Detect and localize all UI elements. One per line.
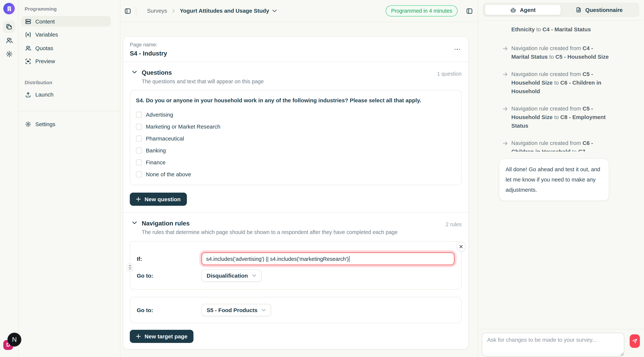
sidebar-item-label: Preview <box>36 58 55 64</box>
panel-right-icon <box>466 8 473 14</box>
agent-panel: Agent Questionnaire Ethnicity to C4 - Ma… <box>478 0 644 357</box>
page-name[interactable]: S4 - Industry <box>130 50 167 57</box>
checkbox[interactable] <box>136 171 142 178</box>
sidebar-item-label: Content <box>36 18 55 24</box>
questions-section-header: Questions The questions and text that wi… <box>123 62 468 84</box>
close-icon <box>459 245 463 248</box>
arrow-right-icon <box>502 106 508 112</box>
tab-agent[interactable]: Agent <box>485 4 561 15</box>
panel-left-icon <box>124 8 131 14</box>
editor-canvas: Page name: S4 - Industry Questions The q… <box>120 22 478 357</box>
main-column: Surveys Yogurt Attitudes and Usage Study… <box>120 0 478 357</box>
goto-value: S5 - Food Products <box>207 307 258 313</box>
sidebar-item-preview[interactable]: Preview <box>21 56 111 67</box>
page-name-label: Page name: <box>130 42 167 48</box>
agent-activity-list: Ethnicity to C4 - Marital StatusNavigati… <box>478 20 644 152</box>
question-option-row: Advertising <box>136 109 456 121</box>
checkbox[interactable] <box>136 124 142 130</box>
option-label: Banking <box>146 148 166 154</box>
activity-item: Navigation rule created from C4 - Marita… <box>502 44 609 61</box>
sidebar-divider <box>18 111 120 111</box>
launch-icon <box>25 92 31 98</box>
activity-text: Navigation rule created from C4 - Marita… <box>511 45 609 60</box>
send-button[interactable] <box>630 334 640 348</box>
sidebar-toggle-button[interactable] <box>124 8 131 14</box>
new-target-page-button[interactable]: New target page <box>130 330 194 343</box>
question-option-row: Pharmaceutical <box>136 133 456 144</box>
sidebar-item-content[interactable]: Content <box>21 16 111 27</box>
question-block[interactable]: S4. Do you or anyone in your household w… <box>130 90 462 185</box>
new-question-label: New question <box>144 196 180 202</box>
text-caret <box>349 256 350 262</box>
activity-item: Ethnicity to C4 - Marital Status <box>502 25 609 34</box>
send-icon <box>632 338 638 344</box>
option-label: None of the above <box>146 171 191 178</box>
variables-icon <box>25 32 31 38</box>
question-count: 1 question <box>437 69 462 77</box>
question-options: AdvertisingMarketing or Market ResearchP… <box>136 109 456 180</box>
sidebar-item-settings[interactable]: Settings <box>21 119 111 130</box>
chevron-right-icon <box>172 9 175 13</box>
checkbox[interactable] <box>136 136 142 142</box>
chevron-down-icon[interactable] <box>272 10 277 12</box>
sidebar-section-programming: Programming <box>24 6 120 12</box>
assistant-message-bubble: All done! Go ahead and test it out, and … <box>499 158 609 201</box>
checkbox[interactable] <box>136 112 142 118</box>
sidebar-item-label: Settings <box>36 121 56 127</box>
document-icon <box>576 7 582 13</box>
sidebar-item-label: Variables <box>36 32 58 38</box>
preview-icon <box>25 58 31 64</box>
checkbox[interactable] <box>136 148 142 154</box>
tab-questionnaire[interactable]: Questionnaire <box>561 4 638 15</box>
users-icon <box>6 37 12 44</box>
question-option-row: None of the above <box>136 168 456 180</box>
page-card: Page name: S4 - Industry Questions The q… <box>123 36 469 350</box>
goto-label: Go to: <box>137 307 201 313</box>
goto-select[interactable]: Disqualification <box>201 270 262 282</box>
questions-subtitle: The questions and text that will appear … <box>142 78 264 84</box>
checkbox[interactable] <box>136 159 142 166</box>
questions-title: Questions <box>142 69 264 76</box>
status-badge: Programmed in 4 minutes <box>386 6 458 16</box>
panel-tabs: Agent Questionnaire <box>483 3 639 17</box>
breadcrumb-root[interactable]: Surveys <box>147 8 167 14</box>
arrow-right-icon <box>502 46 508 51</box>
sidebar: Programming Content Variables <box>18 0 120 357</box>
gear-icon <box>6 50 12 57</box>
right-panel-toggle-button[interactable] <box>466 8 473 14</box>
chevron-down-icon <box>262 309 266 311</box>
rail-settings-button[interactable] <box>3 48 15 60</box>
page-card-header: Page name: S4 - Industry <box>123 36 468 62</box>
tab-label: Agent <box>520 7 536 13</box>
rail-users-button[interactable] <box>3 34 15 46</box>
rules-count: 2 rules <box>446 220 462 228</box>
dev-overlay-badge[interactable]: N <box>8 332 22 346</box>
sidebar-section-distribution: Distribution <box>24 79 120 85</box>
if-label: If: <box>137 256 201 262</box>
new-question-button[interactable]: New question <box>130 193 187 206</box>
sidebar-item-quotas[interactable]: Quotas <box>21 43 111 53</box>
more-menu-icon[interactable] <box>453 47 462 52</box>
goto-select[interactable]: S5 - Food Products <box>201 304 271 316</box>
chat-input[interactable] <box>482 332 624 356</box>
option-label: Marketing or Market Research <box>146 124 220 130</box>
drag-handle[interactable] <box>127 263 133 271</box>
remove-rule-button[interactable] <box>456 242 466 251</box>
rail-pages-button[interactable] <box>3 20 15 33</box>
question-option-row: Finance <box>136 156 456 168</box>
activity-text: Navigation rule created from C5 - Househ… <box>511 71 601 94</box>
breadcrumb-current[interactable]: Yogurt Attitudes and Usage Study <box>180 8 269 14</box>
option-label: Pharmaceutical <box>146 136 184 142</box>
collapse-chevron-icon[interactable] <box>132 221 137 224</box>
question-option-row: Banking <box>136 144 456 156</box>
plus-icon <box>136 197 141 202</box>
users-icon <box>25 45 31 51</box>
org-logo[interactable] <box>3 3 15 14</box>
condition-input[interactable]: s4.includes('advertising') || s4.include… <box>201 252 455 265</box>
sidebar-item-launch[interactable]: Launch <box>21 89 111 100</box>
activity-item: Navigation rule created from C5 - Househ… <box>502 70 609 96</box>
topbar: Surveys Yogurt Attitudes and Usage Study… <box>120 0 478 22</box>
sidebar-item-variables[interactable]: Variables <box>21 30 111 40</box>
collapse-chevron-icon[interactable] <box>132 70 137 74</box>
app-window: D N Programming Content Variables <box>0 0 644 357</box>
